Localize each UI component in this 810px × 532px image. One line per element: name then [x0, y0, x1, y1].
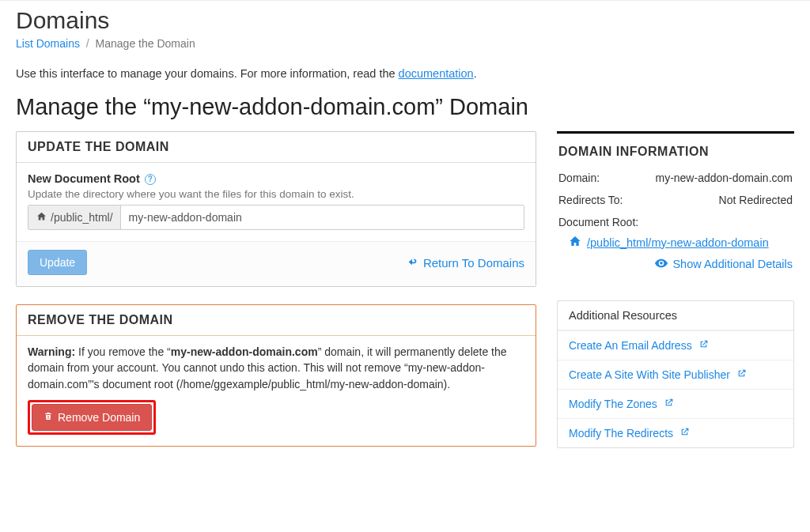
home-icon	[36, 211, 47, 224]
list-item: Create A Site With Site Publisher	[558, 360, 793, 389]
remove-domain-panel: REMOVE THE DOMAIN Warning: If you remove…	[16, 304, 536, 447]
trash-icon	[44, 411, 53, 424]
remove-warning-text: Warning: If you remove the “my-new-addon…	[28, 344, 524, 392]
document-root-link[interactable]: /public_html/my-new-addon-domain	[557, 230, 794, 250]
eye-icon	[655, 258, 668, 270]
info-row-domain: Domain: my-new-addon-domain.com	[557, 167, 794, 189]
remove-domain-button[interactable]: Remove Domain	[32, 404, 152, 431]
breadcrumb-link-list-domains[interactable]: List Domains	[16, 37, 80, 50]
document-root-prefix: /public_html/	[28, 206, 121, 229]
return-to-domains-link[interactable]: Return To Domains	[407, 256, 524, 270]
intro-text-post: .	[474, 67, 477, 80]
update-button[interactable]: Update	[28, 250, 87, 275]
home-icon	[568, 235, 582, 250]
section-heading: Manage the “my-new-addon-domain.com” Dom…	[16, 94, 794, 120]
resource-link-email[interactable]: Create An Email Address	[569, 339, 709, 352]
info-row-docroot-label: Document Root:	[557, 211, 794, 230]
intro-text-pre: Use this interface to manage your domain…	[16, 67, 399, 80]
page-title: Domains	[16, 7, 794, 34]
breadcrumb-separator: /	[83, 37, 93, 50]
remove-button-highlight: Remove Domain	[28, 400, 156, 435]
external-link-icon	[664, 398, 674, 410]
document-root-input[interactable]	[121, 206, 524, 229]
domain-information-heading: DOMAIN INFORMATION	[557, 131, 794, 165]
return-arrow-icon	[407, 256, 418, 270]
new-document-root-desc: Update the directory where you want the …	[28, 188, 524, 200]
intro-text: Use this interface to manage your domain…	[16, 67, 794, 80]
documentation-link[interactable]: documentation	[399, 67, 474, 80]
document-root-input-group: /public_html/	[28, 205, 524, 230]
resource-link-site-publisher[interactable]: Create A Site With Site Publisher	[569, 368, 747, 381]
additional-resources-heading: Additional Resources	[558, 301, 793, 330]
update-domain-panel: UPDATE THE DOMAIN New Document Root ? Up…	[16, 131, 536, 287]
new-document-root-label: New Document Root ?	[28, 172, 524, 185]
update-domain-heading: UPDATE THE DOMAIN	[17, 132, 536, 163]
list-item: Create An Email Address	[558, 330, 793, 360]
resource-link-redirects[interactable]: Modify The Redirects	[569, 427, 690, 440]
external-link-icon	[679, 427, 690, 440]
domain-information-list: Domain: my-new-addon-domain.com Redirect…	[557, 167, 794, 270]
list-item: Modify The Zones	[558, 389, 793, 418]
external-link-icon	[736, 368, 747, 381]
additional-resources-panel: Additional Resources Create An Email Add…	[557, 300, 794, 448]
info-row-redirects: Redirects To: Not Redirected	[557, 189, 794, 211]
external-link-icon	[698, 339, 709, 352]
help-icon[interactable]: ?	[145, 174, 156, 185]
breadcrumb-current: Manage the Domain	[96, 37, 195, 50]
resource-link-zones[interactable]: Modify The Zones	[569, 398, 674, 410]
breadcrumb: List Domains / Manage the Domain	[16, 37, 794, 50]
show-additional-details-link[interactable]: Show Additional Details	[655, 258, 793, 270]
list-item: Modify The Redirects	[558, 418, 793, 447]
remove-domain-heading: REMOVE THE DOMAIN	[17, 305, 536, 336]
